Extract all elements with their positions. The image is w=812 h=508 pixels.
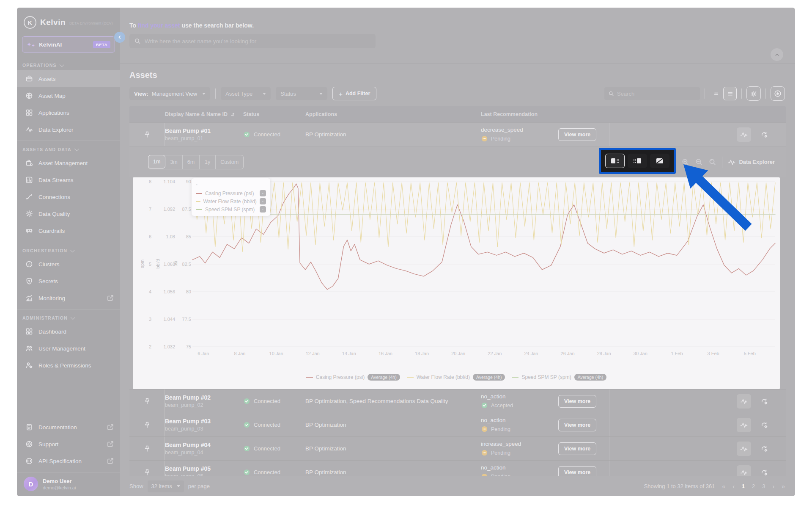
status-select[interactable]: Status [276,87,327,100]
first-page-button[interactable]: « [722,483,725,490]
pin-button[interactable] [129,389,165,413]
series-swatch-icon [306,377,313,378]
add-filter-button[interactable]: + Add Filter [332,87,376,100]
find-your-asset-link[interactable]: find your asset [138,22,180,29]
section-header-administration[interactable]: ADMINISTRATION [17,313,120,323]
sidebar-item-api-specification[interactable]: API Specification [17,453,120,469]
legend-item-water-flow-rate-bbl-d[interactable]: Water Flow Rate (bbl/d)Average (4h) [407,374,505,381]
page-title: Assets [129,70,785,80]
prev-page-button[interactable]: ‹ [732,483,735,490]
asset-search-input[interactable] [145,38,371,44]
pin-button[interactable] [129,437,165,460]
assets-section: Assets View: Management View Asset Type … [120,64,795,484]
chart-toggle-button[interactable] [737,442,751,456]
page-button-3[interactable]: 3 [762,483,765,489]
table-row-beam_pump_03[interactable]: Beam Pump #03beam_pump_03ConnectedBP Opt… [129,413,786,436]
applications-cell: BP Optimization [305,469,481,475]
section-label: ADMINISTRATION [22,315,68,320]
layout-mode-button-split-right[interactable] [628,154,647,168]
sidebar-item-data-quality[interactable]: Data Quality [17,205,120,222]
view-more-button[interactable]: View more [558,442,596,455]
pending-icon [481,425,488,433]
zoom-out-icon [695,158,703,166]
view-more-button[interactable]: View more [558,128,596,141]
page-button-1[interactable]: 1 [742,483,745,489]
view-more-button[interactable]: View more [558,395,596,408]
table-row-beam_pump_02[interactable]: Beam Pump #02beam_pump_02ConnectedBP Opt… [129,389,786,413]
legend-item-casing-pressure-psi[interactable]: Casing Pressure (psi)Average (4h) [306,374,400,381]
section-header-operations[interactable]: OPERATIONS [17,60,120,70]
zoom-reset-button[interactable] [708,158,716,166]
hint-suffix: use the search bar below. [181,22,254,29]
recommendations-button[interactable] [757,442,771,456]
table-row-beam_pump_01[interactable]: Beam Pump #01beam_pump_01ConnectedBP Opt… [129,122,786,146]
add-filter-label: Add Filter [346,91,370,97]
sidebar-item-assets[interactable]: Assets [17,70,120,87]
sidebar-collapse-button[interactable] [114,32,125,43]
asset-type-select[interactable]: Asset Type [221,87,271,100]
range-button-1y[interactable]: 1y [200,155,216,169]
zoom-out-button[interactable] [695,158,703,166]
range-button-6m[interactable]: 6m [183,155,200,169]
sidebar-item-connections[interactable]: Connections [17,188,120,205]
detailed-rows-button[interactable] [723,87,737,100]
compact-rows-button[interactable] [710,87,723,100]
sidebar-item-data-explorer[interactable]: Data Explorer [17,121,120,138]
table-row-beam_pump_04[interactable]: Beam Pump #04beam_pump_04ConnectedBP Opt… [129,436,786,460]
range-button-custom[interactable]: Custom [216,155,243,169]
export-button[interactable] [771,86,785,101]
view-select[interactable]: View: Management View [129,87,210,100]
recommendations-button[interactable] [757,418,771,432]
legend-item-speed-spm-sp-spm[interactable]: Speed SPM SP (spm)Average (4h) [512,374,606,381]
section-header-orchestration[interactable]: ORCHESTRATION [17,246,120,256]
zoom-in-button[interactable] [681,158,689,166]
sidebar-item-monitoring[interactable]: Monitoring [17,290,120,306]
sidebar-item-kelvinai[interactable]: ✦₊ KelvinAI BETA [22,36,115,52]
sidebar-item-documentation[interactable]: Documentation [17,419,120,436]
sidebar-item-roles-permissions[interactable]: Roles & Permissions [17,357,120,374]
tooltip-series-value: - [260,190,266,196]
recommendation-status: Pending [481,135,558,142]
sidebar-item-applications[interactable]: Applications [17,104,120,121]
column-applications[interactable]: Applications [305,111,481,117]
data-explorer-link[interactable]: Data Explorer [728,158,775,166]
sidebar-item-guardrails[interactable]: Guardrails [17,222,120,239]
table-search-input[interactable] [617,91,696,97]
chart-toggle-button[interactable] [737,418,751,432]
column-status[interactable]: Status [243,111,305,117]
layout-mode-button-split-left[interactable] [605,154,625,168]
user-name: Demo User [43,478,76,484]
chart-toggle-button[interactable] [737,394,751,409]
section-header-assets-and-data[interactable]: ASSETS AND DATA [17,144,120,155]
sidebar-item-asset-management[interactable]: Asset Management [17,155,120,171]
chart-toolbar-right: Data Explorer [599,150,786,174]
sidebar-item-user-management[interactable]: User Management [17,340,120,357]
recommendations-button[interactable] [757,127,771,142]
items-per-page-select[interactable]: 32 items [148,480,184,492]
recommendations-button[interactable] [757,394,771,409]
sidebar-item-asset-map[interactable]: Asset Map [17,87,120,104]
page-button-2[interactable]: 2 [752,483,755,489]
view-more-button[interactable]: View more [558,419,596,431]
sidebar-item-support[interactable]: Support [17,436,120,453]
sidebar-item-dashboard[interactable]: Dashboard [17,323,120,340]
legend-label: Water Flow Rate (bbl/d) [417,374,470,380]
pin-button[interactable] [129,413,165,436]
layout-mode-button-split-none[interactable] [650,154,669,168]
chart-toggle-button[interactable] [737,127,751,142]
column-last-recommendation[interactable]: Last Recommendation [481,111,558,117]
column-display-name[interactable]: Display Name & Name ID [165,111,243,117]
range-button-3m[interactable]: 3m [165,155,182,169]
pin-button[interactable] [129,123,165,146]
waveform-icon [728,158,735,166]
last-page-button[interactable]: » [782,483,785,490]
sidebar-item-clusters[interactable]: Clusters [17,256,120,273]
user-profile[interactable]: D Demo User demo@kelvin.ai [17,472,120,496]
range-button-1m[interactable]: 1m [148,155,165,168]
next-page-button[interactable]: › [773,483,775,490]
collapse-panel-button[interactable] [771,48,783,61]
sidebar-item-data-streams[interactable]: Data Streams [17,171,120,188]
table-settings-button[interactable] [746,86,761,101]
sidebar-item-secrets[interactable]: Secrets [17,273,120,290]
pagination-bar: Show 32 items per page Showing 1 to 32 i… [120,476,795,496]
